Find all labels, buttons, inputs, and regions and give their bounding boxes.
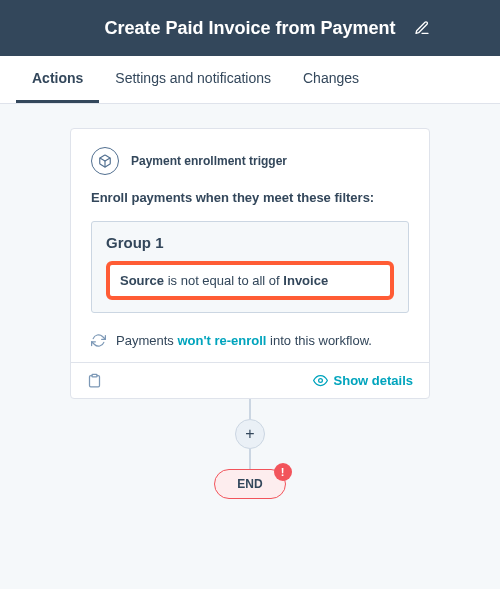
show-details-button[interactable]: Show details [313,373,413,388]
tab-changes[interactable]: Changes [287,56,375,103]
filter-group[interactable]: Group 1 Source is not equal to all of In… [91,221,409,313]
rule-operator: is not equal to all of [164,273,283,288]
svg-rect-1 [92,374,97,377]
reenroll-text: Payments won't re-enroll into this workf… [116,333,372,348]
add-action-button[interactable]: + [235,419,265,449]
group-title: Group 1 [106,234,394,251]
eye-icon [313,373,328,388]
end-node[interactable]: END ! [214,469,285,499]
trigger-label: Payment enrollment trigger [131,154,287,168]
alert-badge[interactable]: ! [274,463,292,481]
rule-value: Invoice [283,273,328,288]
connector-line [249,399,251,419]
tab-actions[interactable]: Actions [16,56,99,103]
reenroll-link[interactable]: won't re-enroll [177,333,266,348]
rule-field: Source [120,273,164,288]
cube-icon [91,147,119,175]
trigger-header-row: Payment enrollment trigger [91,147,409,175]
page-header: Create Paid Invoice from Payment [0,0,500,56]
sync-icon [91,333,106,348]
enroll-instruction: Enroll payments when they meet these fil… [91,189,409,207]
trigger-card-body: Payment enrollment trigger Enroll paymen… [71,129,429,362]
reenroll-row: Payments won't re-enroll into this workf… [91,333,409,348]
connector-line [249,449,251,469]
clipboard-icon[interactable] [87,373,102,388]
trigger-card[interactable]: Payment enrollment trigger Enroll paymen… [70,128,430,399]
page-title: Create Paid Invoice from Payment [104,18,395,39]
workflow-canvas: Payment enrollment trigger Enroll paymen… [0,104,500,499]
svg-point-2 [318,379,322,383]
card-footer: Show details [71,362,429,398]
tabbar: Actions Settings and notifications Chang… [0,56,500,104]
filter-rule[interactable]: Source is not equal to all of Invoice [106,261,394,300]
tab-settings[interactable]: Settings and notifications [99,56,287,103]
edit-icon[interactable] [414,20,430,36]
show-details-label: Show details [334,373,413,388]
